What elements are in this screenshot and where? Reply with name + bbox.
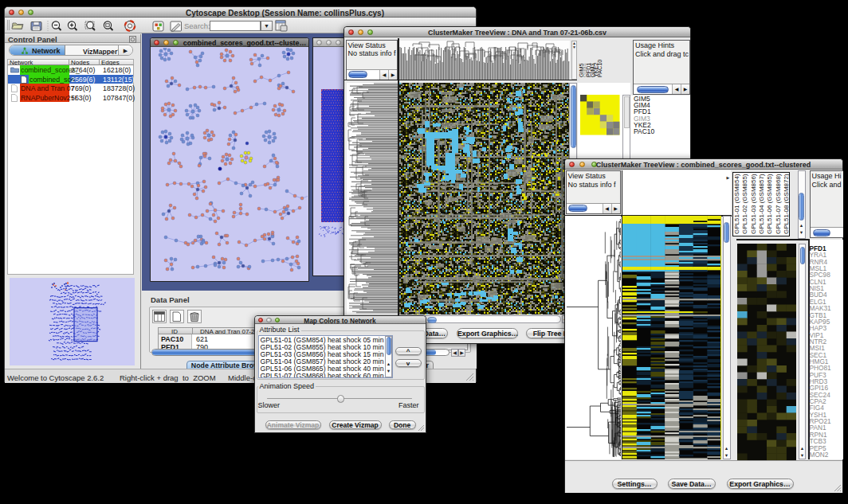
svg-text:GPL51-01 (GSM854): GPL51-01 (GSM854): [734, 174, 740, 234]
svg-text:GPL51-08 (GSM872): GPL51-08 (GSM872): [782, 174, 789, 234]
svg-text:GPL51-03 (GSM856): GPL51-03 (GSM856): [749, 174, 756, 234]
svg-text:PAC10: PAC10: [596, 60, 603, 77]
svg-text:GPL51-02 (GSM855): GPL51-02 (GSM855): [741, 174, 748, 234]
svg-text:GPL51-06 (GSM865): GPL51-06 (GSM865): [766, 174, 773, 234]
svg-text:GPL51-07 (GSM868): GPL51-07 (GSM868): [774, 174, 781, 234]
svg-text:GPL51-04 (GSM857): GPL51-04 (GSM857): [757, 174, 764, 234]
